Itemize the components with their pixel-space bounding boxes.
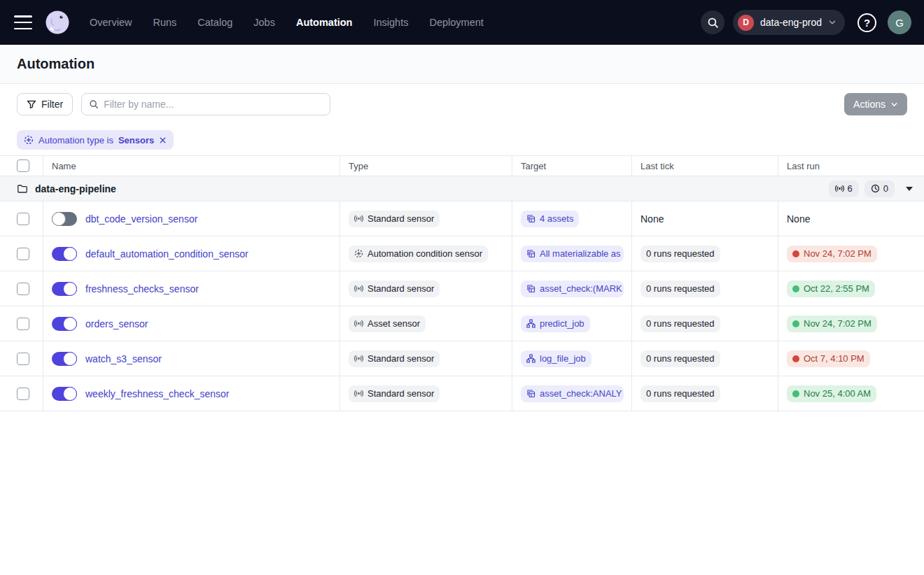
- remove-filter-icon[interactable]: [159, 136, 167, 144]
- row-checkbox[interactable]: [17, 353, 29, 365]
- search-icon: [707, 17, 719, 29]
- automation-condition-icon: [24, 135, 34, 145]
- chevron-down-icon: [890, 101, 898, 108]
- topnav-item[interactable]: Overview: [90, 17, 132, 28]
- last-run-value[interactable]: Nov 24, 7:02 PM: [787, 315, 877, 332]
- code-location-group-row[interactable]: data-eng-pipeline 6 0: [0, 176, 924, 201]
- row-checkbox[interactable]: [17, 318, 29, 330]
- last-run-label: Nov 24, 7:02 PM: [804, 248, 872, 259]
- sensor-icon: [354, 214, 363, 223]
- sensor-toggle[interactable]: [52, 352, 77, 366]
- target-link-badge[interactable]: asset_check:ANALY: [521, 385, 624, 402]
- sensor-name-link[interactable]: dbt_code_version_sensor: [85, 213, 197, 225]
- funnel-icon: [27, 99, 36, 109]
- topnav-item[interactable]: Runs: [153, 17, 176, 28]
- asset-icon: [526, 249, 536, 258]
- last-run-label: Oct 22, 2:55 PM: [804, 283, 869, 294]
- toggle-knob: [63, 247, 77, 261]
- topnav-item[interactable]: Insights: [373, 17, 408, 28]
- run-status-dot: [792, 355, 799, 362]
- toggle-knob: [63, 282, 77, 296]
- last-run-label: Oct 7, 4:10 PM: [804, 353, 864, 364]
- sensor-name-link[interactable]: orders_sensor: [85, 318, 148, 329]
- target-link-badge[interactable]: All materializable as: [521, 246, 624, 262]
- sensor-toggle[interactable]: [52, 282, 77, 296]
- sensor-table-body: dbt_code_version_sensor Standard sensor …: [0, 201, 924, 411]
- last-run-value[interactable]: None: [787, 211, 810, 227]
- sensor-type-badge: Standard sensor: [349, 281, 440, 297]
- run-status-dot: [792, 285, 799, 292]
- topnav-item[interactable]: Deployment: [429, 17, 483, 28]
- last-tick-value: 0 runs requested: [640, 246, 720, 262]
- actions-button[interactable]: Actions: [844, 93, 907, 115]
- column-header-type: Type: [340, 156, 512, 176]
- row-checkbox[interactable]: [17, 248, 29, 260]
- last-run-label: None: [787, 213, 810, 225]
- sensor-type-badge: Asset sensor: [349, 315, 426, 332]
- run-status-dot: [792, 320, 799, 327]
- last-run-value[interactable]: Nov 24, 7:02 PM: [787, 246, 877, 262]
- last-run-value[interactable]: Oct 22, 2:55 PM: [787, 281, 875, 297]
- target-label: predict_job: [540, 318, 584, 329]
- topnav-item[interactable]: Catalog: [197, 17, 232, 28]
- filter-tag-value: Sensors: [118, 135, 154, 145]
- table-row: weekly_freshness_check_sensor Standard s…: [0, 376, 924, 411]
- target-link-badge[interactable]: asset_check:(MARK: [521, 281, 624, 297]
- select-all-checkbox[interactable]: [17, 159, 29, 172]
- toggle-knob: [52, 212, 66, 226]
- sensor-name-link[interactable]: default_automation_condition_sensor: [85, 248, 248, 260]
- user-avatar[interactable]: G: [888, 10, 911, 34]
- last-run-value[interactable]: Oct 7, 4:10 PM: [787, 350, 870, 367]
- sensor-toggle[interactable]: [52, 317, 77, 331]
- toggle-knob: [63, 317, 77, 331]
- target-link-badge[interactable]: log_file_job: [521, 350, 592, 367]
- column-header-name: Name: [43, 156, 340, 176]
- target-link-badge[interactable]: 4 assets: [521, 211, 579, 227]
- automation-type-filter-tag[interactable]: Automation type is Sensors: [17, 130, 174, 150]
- table-row: orders_sensor Asset sensor predict_job 0…: [0, 306, 924, 341]
- sensor-type-badge: Standard sensor: [349, 350, 440, 367]
- workspace-switcher[interactable]: D data-eng-prod: [733, 10, 845, 35]
- last-tick-value: 0 runs requested: [640, 385, 720, 402]
- sensor-type-label: Asset sensor: [368, 318, 420, 329]
- row-checkbox[interactable]: [17, 213, 29, 225]
- automation-condition-icon: [354, 249, 363, 258]
- sensor-icon: [354, 319, 363, 328]
- help-button[interactable]: ?: [858, 13, 876, 32]
- page-title: Automation: [17, 56, 94, 72]
- name-filter-input[interactable]: [104, 99, 323, 110]
- asset-icon: [526, 214, 536, 223]
- filter-button[interactable]: Filter: [17, 93, 73, 115]
- asset-icon: [526, 284, 536, 293]
- sensor-icon: [354, 354, 363, 363]
- last-run-value[interactable]: Nov 25, 4:00 AM: [787, 385, 876, 402]
- table-row: watch_s3_sensor Standard sensor log_file…: [0, 341, 924, 376]
- top-navigation-bar: Overview Runs Catalog Jobs Automation In…: [0, 0, 924, 45]
- topnav-item[interactable]: Automation: [296, 17, 353, 28]
- sensor-name-link[interactable]: watch_s3_sensor: [85, 353, 162, 364]
- sensor-toggle[interactable]: [52, 387, 77, 401]
- row-checkbox[interactable]: [17, 283, 29, 295]
- target-link-badge[interactable]: predict_job: [521, 315, 590, 332]
- run-status-dot: [792, 250, 799, 257]
- row-checkbox[interactable]: [17, 388, 29, 400]
- collapse-group-caret-icon[interactable]: [906, 187, 913, 191]
- hamburger-menu-icon[interactable]: [14, 15, 32, 29]
- dagster-logo-icon[interactable]: [43, 8, 71, 36]
- job-graph-icon: [526, 319, 536, 328]
- sensor-icon: [354, 389, 363, 398]
- topnav-item[interactable]: Jobs: [253, 17, 275, 28]
- chevron-down-icon: [828, 18, 836, 27]
- sensor-type-label: Standard sensor: [368, 388, 434, 399]
- clock-icon: [871, 184, 880, 193]
- sensor-type-label: Automation condition sensor: [368, 248, 482, 259]
- sensor-type-badge: Standard sensor: [349, 385, 440, 402]
- global-search-button[interactable]: [701, 10, 724, 34]
- table-row: freshness_checks_sensor Standard sensor …: [0, 271, 924, 306]
- sensor-toggle[interactable]: [52, 247, 77, 261]
- last-run-label: Nov 24, 7:02 PM: [804, 318, 872, 329]
- last-tick-value: 0 runs requested: [640, 281, 720, 297]
- sensor-toggle[interactable]: [52, 212, 77, 226]
- sensor-name-link[interactable]: weekly_freshness_check_sensor: [85, 388, 229, 399]
- sensor-name-link[interactable]: freshness_checks_sensor: [85, 283, 199, 294]
